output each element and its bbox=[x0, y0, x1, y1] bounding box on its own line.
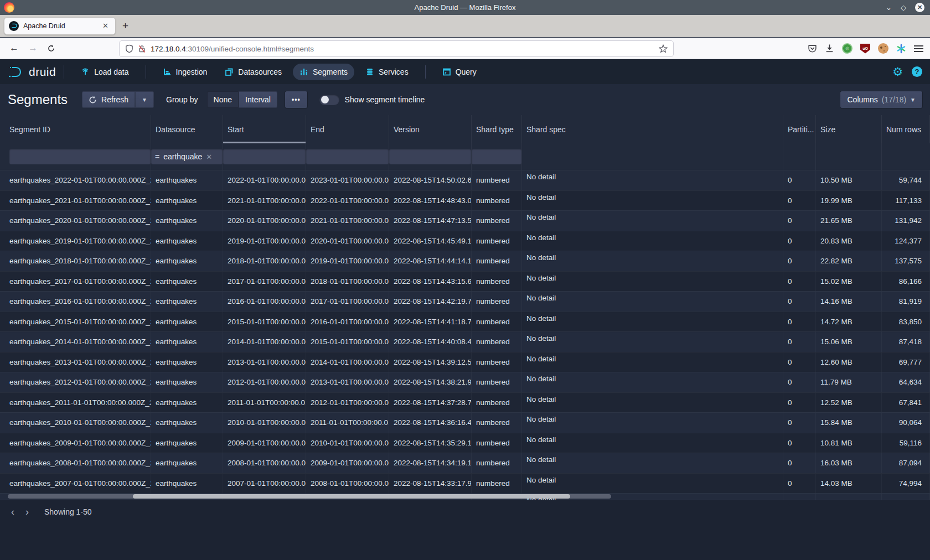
table-row[interactable]: earthquakes_2016-01-01T00:00:00.000Z_2..… bbox=[0, 291, 930, 312]
cell-shard-spec: No detail bbox=[522, 453, 783, 473]
bookmark-star-icon[interactable] bbox=[659, 44, 668, 53]
cell-segment-id: earthquakes_2010-01-01T00:00:00.000Z_2..… bbox=[0, 413, 151, 433]
shield-icon[interactable] bbox=[125, 44, 133, 53]
columns-button[interactable]: Columns (17/18) ▼ bbox=[840, 91, 922, 108]
group-by-none-button[interactable]: None bbox=[207, 91, 239, 108]
reload-button[interactable] bbox=[47, 44, 55, 53]
column-header-segment-id[interactable]: Segment ID bbox=[0, 115, 151, 143]
cell-shard-spec: No detail bbox=[522, 413, 783, 433]
refresh-label: Refresh bbox=[101, 95, 128, 104]
tab-bar: Apache Druid ✕ + bbox=[0, 15, 930, 37]
cell-segment-id: earthquakes_2022-01-01T00:00:00.000Z_2..… bbox=[0, 170, 151, 190]
druid-favicon-icon bbox=[9, 21, 19, 31]
window-minimize-icon[interactable]: ⌄ bbox=[886, 4, 892, 11]
column-header-size[interactable]: Size bbox=[816, 115, 882, 143]
cell-segment-id: earthquakes_2008-01-01T00:00:00.000Z_2..… bbox=[0, 453, 151, 473]
datasource-filter-tag[interactable]: = earthquake ✕ bbox=[155, 152, 212, 161]
table-row[interactable]: earthquakes_2021-01-01T00:00:00.000Z_2..… bbox=[0, 190, 930, 211]
remove-filter-icon[interactable]: ✕ bbox=[206, 153, 212, 161]
column-header-version[interactable]: Version bbox=[389, 115, 472, 143]
table-row[interactable]: earthquakes_2019-01-01T00:00:00.000Z_2..… bbox=[0, 231, 930, 251]
extension-asterisk-icon[interactable] bbox=[896, 44, 906, 54]
nav-item-ingestion[interactable]: Ingestion bbox=[156, 64, 214, 80]
cell-version: 2022-08-15T14:36:16.4... bbox=[389, 413, 472, 433]
table-row[interactable]: earthquakes_2008-01-01T00:00:00.000Z_2..… bbox=[0, 453, 930, 473]
cell-shard-spec: No detail bbox=[522, 272, 783, 292]
table-row[interactable]: earthquakes_2010-01-01T00:00:00.000Z_2..… bbox=[0, 412, 930, 433]
table-row[interactable]: earthquakes_2020-01-01T00:00:00.000Z_2..… bbox=[0, 210, 930, 231]
table-row[interactable]: earthquakes_2009-01-01T00:00:00.000Z_2..… bbox=[0, 433, 930, 453]
table-row[interactable]: earthquakes_2015-01-01T00:00:00.000Z_2..… bbox=[0, 312, 930, 332]
url-bar[interactable]: 172.18.0.4:30109/unified-console.html#se… bbox=[119, 40, 674, 57]
segment-id-filter-input[interactable] bbox=[9, 149, 151, 164]
version-filter-input[interactable] bbox=[389, 149, 471, 164]
table-row[interactable]: earthquakes_2007-01-01T00:00:00.000Z_2..… bbox=[0, 473, 930, 494]
forward-button[interactable]: → bbox=[28, 43, 38, 54]
cell-datasource: earthquakes bbox=[151, 170, 223, 190]
segment-timeline-toggle[interactable] bbox=[319, 95, 339, 105]
end-filter-input[interactable] bbox=[306, 149, 389, 164]
table-row[interactable]: earthquakes_2022-01-01T00:00:00.000Z_2..… bbox=[0, 170, 930, 190]
browser-tab[interactable]: Apache Druid ✕ bbox=[4, 17, 116, 35]
extension-green-icon[interactable]: ⌾ bbox=[842, 43, 852, 54]
next-page-button[interactable]: › bbox=[25, 506, 29, 518]
column-header-partition[interactable]: Partiti... bbox=[783, 115, 816, 143]
shard-type-filter-input[interactable] bbox=[472, 149, 521, 164]
cell-start: 2011-01-01T00:00:00.0... bbox=[223, 393, 306, 413]
druid-nav: druid Load data Ingestion Datasources Se… bbox=[0, 59, 930, 84]
back-button[interactable]: ← bbox=[9, 43, 19, 54]
refresh-button[interactable]: Refresh bbox=[82, 91, 135, 108]
new-tab-button[interactable]: + bbox=[122, 20, 128, 32]
start-filter-input[interactable] bbox=[223, 149, 306, 164]
downloads-icon[interactable] bbox=[825, 44, 834, 53]
ublock-icon[interactable]: uO bbox=[860, 44, 870, 54]
datasource-filter-input[interactable]: = earthquake ✕ bbox=[151, 149, 223, 164]
cell-version: 2022-08-15T14:34:19.1... bbox=[389, 453, 472, 473]
refresh-dropdown-button[interactable]: ▼ bbox=[135, 91, 154, 108]
cell-start: 2015-01-01T00:00:00.0... bbox=[223, 312, 306, 332]
cell-version: 2022-08-15T14:33:17.9... bbox=[389, 474, 472, 494]
group-by-interval-button[interactable]: Interval bbox=[239, 91, 277, 108]
cell-partition: 0 bbox=[783, 211, 816, 231]
cell-shard-type: numbered bbox=[472, 393, 522, 413]
column-header-num-rows[interactable]: Num rows bbox=[882, 115, 930, 143]
nav-item-services[interactable]: Services bbox=[359, 64, 415, 80]
cell-segment-id: earthquakes_2017-01-01T00:00:00.000Z_2..… bbox=[0, 272, 151, 292]
nav-item-datasources[interactable]: Datasources bbox=[218, 64, 288, 80]
cell-end: 2022-01-01T00:00:00.0... bbox=[306, 191, 389, 211]
cookie-extension-icon[interactable] bbox=[878, 43, 888, 54]
column-header-start[interactable]: Start bbox=[223, 115, 306, 143]
table-row[interactable]: earthquakes_2017-01-01T00:00:00.000Z_2..… bbox=[0, 271, 930, 292]
horizontal-scrollbar-thumb[interactable] bbox=[133, 494, 570, 499]
column-header-end[interactable]: End bbox=[306, 115, 389, 143]
druid-logo[interactable]: druid bbox=[8, 65, 56, 79]
cell-partition: 0 bbox=[783, 474, 816, 494]
table-row[interactable]: earthquakes_2018-01-01T00:00:00.000Z_2..… bbox=[0, 251, 930, 271]
insecure-lock-icon[interactable] bbox=[138, 44, 146, 53]
cell-start: 2021-01-01T00:00:00.0... bbox=[223, 191, 306, 211]
previous-page-button[interactable]: ‹ bbox=[11, 506, 14, 518]
cell-partition: 0 bbox=[783, 312, 816, 332]
column-header-shard-type[interactable]: Shard type bbox=[472, 115, 522, 143]
settings-gear-icon[interactable]: ⚙ bbox=[892, 65, 903, 79]
table-row[interactable]: earthquakes_2014-01-01T00:00:00.000Z_2..… bbox=[0, 331, 930, 352]
tab-close-icon[interactable]: ✕ bbox=[100, 20, 111, 31]
table-row[interactable]: earthquakes_2011-01-01T00:00:00.000Z_2..… bbox=[0, 392, 930, 413]
nav-item-query[interactable]: Query bbox=[436, 64, 483, 80]
column-header-datasource[interactable]: Datasource bbox=[151, 115, 223, 143]
window-maximize-icon[interactable]: ◇ bbox=[901, 4, 906, 11]
url-text[interactable]: 172.18.0.4:30109/unified-console.html#se… bbox=[151, 45, 314, 53]
table-row[interactable]: earthquakes_2012-01-01T00:00:00.000Z_2..… bbox=[0, 372, 930, 392]
cell-size: 10.81 MB bbox=[816, 433, 882, 453]
help-icon[interactable]: ? bbox=[912, 66, 922, 77]
nav-item-load-data[interactable]: Load data bbox=[74, 64, 135, 80]
cell-size: 15.02 MB bbox=[816, 272, 882, 292]
nav-item-segments[interactable]: Segments bbox=[293, 64, 354, 80]
menu-icon[interactable] bbox=[914, 44, 923, 54]
column-header-shard-spec[interactable]: Shard spec bbox=[522, 115, 783, 143]
cell-shard-spec: No detail bbox=[522, 332, 783, 352]
window-close-icon[interactable]: ✕ bbox=[915, 3, 924, 12]
pocket-icon[interactable] bbox=[808, 44, 817, 53]
more-actions-button[interactable]: ••• bbox=[285, 91, 307, 108]
table-row[interactable]: earthquakes_2013-01-01T00:00:00.000Z_2..… bbox=[0, 352, 930, 372]
